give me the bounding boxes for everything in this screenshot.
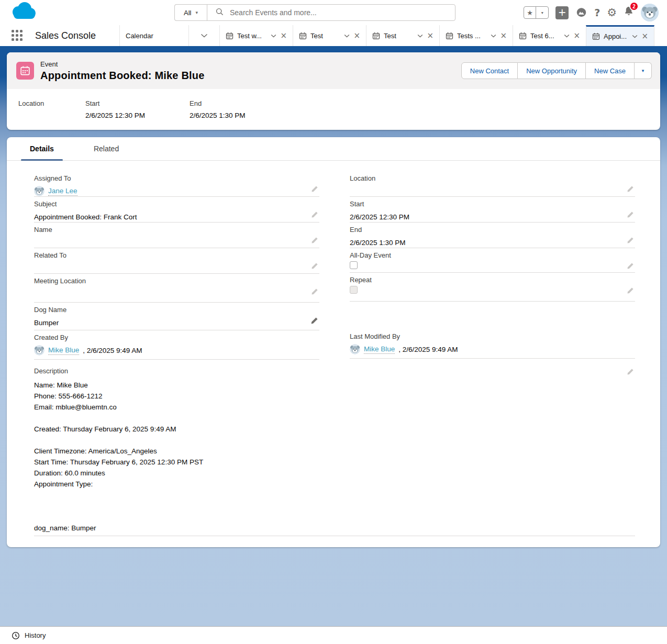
- field-dog-name: Dog Name Bumper: [34, 303, 319, 330]
- more-actions-dropdown-button[interactable]: ▾: [635, 62, 652, 79]
- workspace-tab[interactable]: Test 6... ×: [513, 25, 586, 46]
- chevron-down-icon[interactable]: [417, 34, 423, 38]
- event-calendar-icon: [446, 32, 453, 40]
- last-modified-by-link[interactable]: Mike Blue: [364, 345, 395, 354]
- field-label: End: [350, 226, 635, 234]
- detail-column-right: Location Start 2/6/2025 12:30 PM End 2/6…: [350, 171, 635, 360]
- field-subject: Subject Appointment Booked: Frank Cort: [34, 197, 319, 223]
- notification-count-badge: 2: [629, 2, 639, 11]
- chevron-down-icon: ▾: [195, 10, 198, 15]
- workspace-tab-label: Test: [310, 32, 340, 40]
- nav-tab-calendar[interactable]: Calendar: [119, 25, 188, 46]
- close-icon[interactable]: ×: [353, 32, 360, 40]
- workspace-tab[interactable]: Test ×: [293, 25, 366, 46]
- detail-tabs: Details Related: [7, 137, 660, 161]
- field-created-by: Created By Mike Blue , 2/6/2025 9:49 AM: [34, 330, 319, 360]
- header-utility-icons: ★ ▾ + ? ⚙ 2: [524, 0, 659, 25]
- description-line: [34, 413, 635, 424]
- chevron-down-icon: [201, 34, 208, 38]
- workspace-tab[interactable]: Test ×: [366, 25, 439, 46]
- guidance-center-icon[interactable]: [575, 7, 587, 18]
- search-scope-button[interactable]: All ▾: [174, 4, 207, 21]
- search-input[interactable]: [229, 8, 455, 17]
- edit-pencil-icon[interactable]: [627, 237, 634, 244]
- app-name: Sales Console: [35, 25, 96, 46]
- user-avatar[interactable]: [641, 4, 659, 21]
- new-opportunity-button[interactable]: New Opportunity: [518, 62, 586, 79]
- edit-pencil-icon[interactable]: [311, 288, 318, 295]
- tab-details[interactable]: Details: [21, 137, 63, 160]
- created-by-link[interactable]: Mike Blue: [48, 346, 79, 355]
- notifications-bell-icon[interactable]: 2: [624, 6, 634, 19]
- assigned-to-link[interactable]: Jane Lee: [48, 187, 77, 196]
- favorites-button-group: ★ ▾: [524, 6, 549, 19]
- close-icon[interactable]: ×: [427, 32, 433, 40]
- field-label: Assigned To: [34, 174, 319, 182]
- compact-field-value: [18, 112, 85, 120]
- close-icon[interactable]: ×: [280, 32, 287, 40]
- record-entity-label: Event: [40, 60, 205, 68]
- field-name: Name: [34, 223, 319, 248]
- workspace-tab-label: Tests ...: [457, 32, 487, 40]
- favorites-star-icon[interactable]: ★: [524, 7, 536, 18]
- field-label: Dog Name: [34, 306, 319, 314]
- edit-pencil-icon[interactable]: [311, 262, 318, 270]
- field-label: Repeat: [350, 276, 635, 284]
- workspace-tabs: Calendar Test w... × Test × Test ×: [119, 25, 654, 46]
- compact-field-value: 2/6/2025 12:30 PM: [85, 112, 190, 120]
- compact-field-label: Location: [18, 99, 85, 107]
- workspace-tab[interactable]: Tests ... ×: [439, 25, 513, 46]
- field-related-to: Related To: [34, 248, 319, 274]
- chevron-down-icon[interactable]: [491, 34, 496, 38]
- edit-pencil-icon[interactable]: [627, 262, 634, 270]
- chevron-down-icon[interactable]: [564, 34, 570, 38]
- edit-pencil-icon[interactable]: [627, 368, 634, 375]
- search-icon: [216, 8, 224, 18]
- history-utility-button[interactable]: History: [25, 631, 46, 639]
- close-icon[interactable]: ×: [573, 32, 580, 40]
- event-calendar-icon: [372, 32, 380, 40]
- record-compact-fields: Location Start 2/6/2025 12:30 PM End 2/6…: [7, 89, 660, 120]
- workspace-tab-active[interactable]: Appoi... ×: [586, 25, 654, 46]
- edit-pencil-icon[interactable]: [311, 237, 318, 244]
- app-launcher-icon[interactable]: [12, 30, 23, 41]
- field-all-day-event: All-Day Event: [350, 248, 635, 273]
- description-line: Duration: 60.0 minutes: [34, 468, 635, 479]
- edit-pencil-icon[interactable]: [627, 185, 634, 193]
- workspace-tab[interactable]: Test w... ×: [219, 25, 293, 46]
- field-location: Location: [350, 171, 635, 197]
- nav-tab-calendar-label: Calendar: [126, 32, 153, 40]
- all-day-event-checkbox[interactable]: [350, 261, 358, 269]
- history-clock-icon: [12, 631, 20, 640]
- field-label: Last Modified By: [350, 332, 635, 340]
- workspace-tab-label: Appoi...: [604, 32, 628, 40]
- edit-pencil-icon[interactable]: [311, 211, 318, 218]
- chevron-down-icon[interactable]: [344, 34, 350, 38]
- edit-pencil-icon[interactable]: [627, 211, 634, 218]
- compact-field-label: Start: [85, 99, 190, 107]
- chevron-down-icon[interactable]: [632, 35, 638, 38]
- help-icon[interactable]: ?: [594, 7, 600, 18]
- global-actions-plus-icon[interactable]: +: [555, 6, 569, 19]
- tab-related[interactable]: Related: [85, 137, 128, 160]
- new-case-button[interactable]: New Case: [586, 62, 635, 79]
- edit-pencil-icon[interactable]: [627, 287, 634, 294]
- nav-tab-dropdown-button[interactable]: [188, 25, 219, 46]
- field-assigned-to: Assigned To Jane Lee: [34, 171, 319, 197]
- setup-gear-icon[interactable]: ⚙: [607, 7, 617, 18]
- field-end: End 2/6/2025 1:30 PM: [350, 223, 635, 248]
- edit-pencil-icon[interactable]: [310, 317, 318, 325]
- new-contact-button[interactable]: New Contact: [461, 62, 518, 79]
- repeat-checkbox: [350, 286, 358, 294]
- salesforce-cloud-logo-icon[interactable]: [7, 1, 39, 26]
- utility-bar: History: [0, 626, 667, 644]
- close-icon[interactable]: ×: [641, 32, 648, 40]
- global-search[interactable]: All ▾: [174, 4, 455, 21]
- close-icon[interactable]: ×: [500, 32, 507, 40]
- created-by-datetime: , 2/6/2025 9:49 AM: [83, 347, 142, 354]
- chevron-down-icon[interactable]: [271, 34, 276, 38]
- description-line: Client Timezone: America/Los_Angeles: [34, 446, 635, 457]
- favorites-dropdown-icon[interactable]: ▾: [536, 7, 548, 18]
- field-label: Location: [350, 174, 635, 182]
- edit-pencil-icon[interactable]: [311, 185, 318, 193]
